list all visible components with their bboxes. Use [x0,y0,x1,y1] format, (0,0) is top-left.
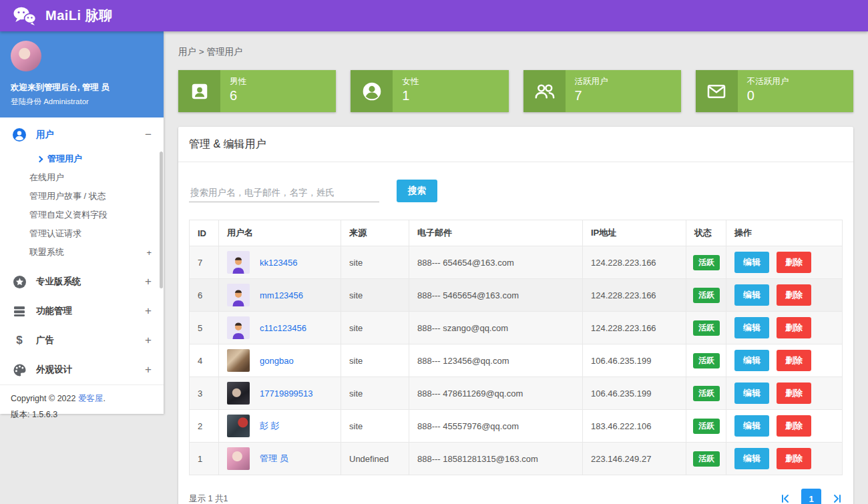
stat-label: 活跃用户 [575,76,672,87]
delete-button[interactable]: 删除 [777,448,811,469]
username-link[interactable]: 彭 彭 [260,420,280,432]
sidebar-item-pro-system[interactable]: 专业版系统 + [0,267,164,296]
sidebar-item-stories-status[interactable]: 管理用户故事 / 状态 [0,187,164,206]
cell-status: 活跃 [686,312,726,344]
submenu-label: 在线用户 [29,172,64,184]
last-page-icon[interactable] [832,493,843,504]
cell-source: site [341,410,409,443]
pagination: 1 [780,489,843,504]
main-content: 用户 > 管理用户 男性 6 [164,31,868,504]
stat-label: 男性 [230,76,327,87]
username-link[interactable]: c11c123456 [260,323,306,333]
submenu-label: 管理认证请求 [29,228,81,240]
edit-button[interactable]: 编辑 [734,317,769,338]
sidebar-item-custom-fields[interactable]: 管理自定义资料字段 [0,206,164,224]
sidebar-item-manage-users[interactable]: 管理用户 [0,150,164,168]
cell-actions: 编辑 删除 [726,377,843,410]
username-link[interactable]: gongbao [260,356,294,366]
first-page-icon[interactable] [780,493,791,504]
sidebar-scrollbar[interactable] [160,152,163,288]
sidebar-item-features[interactable]: 功能管理 + [0,296,164,326]
stat-card-female[interactable]: 女性 1 [351,70,508,112]
cell-actions: 编辑 删除 [726,410,843,443]
users-table-wrap: ID 用户名 来源 电子邮件 IP地址 状态 操作 7 [178,214,853,475]
cell-status: 活跃 [686,443,726,475]
cell-id: 6 [190,279,219,312]
sidebar-item-affiliate-system[interactable]: 联盟系统 + [0,243,164,262]
cell-id: 3 [190,377,219,410]
sidebar-item-verification-requests[interactable]: 管理认证请求 [0,224,164,243]
cell-status: 活跃 [686,344,726,377]
sidebar-item-users[interactable]: 用户 − [0,120,164,150]
manage-users-panel: 管理 & 编辑用户 搜索 ID 用户名 来源 [178,127,853,504]
expand-icon[interactable]: + [145,334,152,347]
stat-value: 6 [230,87,327,104]
user-avatar [227,382,250,405]
sidebar-item-online-users[interactable]: 在线用户 [0,168,164,187]
delete-button[interactable]: 删除 [777,317,811,338]
username-link[interactable]: kk123456 [260,258,297,268]
sidebar-item-ads[interactable]: $ 广告 + [0,326,164,355]
cell-username: kk123456 [219,246,341,279]
search-input[interactable] [189,184,379,202]
expand-icon[interactable]: + [145,363,152,376]
edit-button[interactable]: 编辑 [734,252,769,273]
stat-card-male[interactable]: 男性 6 [178,70,336,112]
edit-button[interactable]: 编辑 [734,350,769,371]
wechat-logo-icon [12,6,37,26]
col-header-status: 状态 [686,220,726,246]
stat-label: 不活跃用户 [747,76,844,87]
cell-email: 888--- 478611269@qq.com [409,377,583,410]
cell-username: c11c123456 [219,312,341,344]
edit-button[interactable]: 编辑 [734,448,769,469]
vendor-link[interactable]: 爱客屋 [78,394,103,403]
search-button[interactable]: 搜索 [397,180,437,202]
delete-button[interactable]: 删除 [777,284,811,306]
cell-status: 活跃 [686,279,726,312]
page-1-button[interactable]: 1 [801,489,821,504]
copyright-suffix: . [103,394,105,403]
username-link[interactable]: mm123456 [260,290,303,300]
username-link[interactable]: 17719899513 [260,389,313,399]
cell-id: 4 [190,344,219,377]
users-submenu: 管理用户 在线用户 管理用户故事 / 状态 管理自定义资料字段 管理认证请求 联… [0,150,164,267]
status-badge: 活跃 [693,288,720,303]
cell-ip: 223.146.249.27 [583,443,686,475]
cell-source: Undefined [341,443,409,475]
col-header-ip: IP地址 [583,220,686,246]
search-row: 搜索 [178,162,853,214]
profile-avatar [11,41,41,71]
female-user-icon [351,70,393,112]
user-avatar [227,284,250,306]
stat-card-inactive-users[interactable]: 不活跃用户 0 [696,70,853,112]
stat-card-active-users[interactable]: 活跃用户 7 [523,70,681,112]
table-row: 7 kk123456 site 888--- 654654@163.com 12… [190,246,843,279]
cell-source: site [341,246,409,279]
submenu-label: 联盟系统 [29,246,64,258]
edit-button[interactable]: 编辑 [734,415,769,437]
cell-email: 888--- 5465654@163.com [409,279,583,312]
edit-button[interactable]: 编辑 [734,383,769,404]
user-avatar [227,447,250,470]
status-badge: 活跃 [693,353,720,368]
expand-icon[interactable]: + [145,304,152,318]
delete-button[interactable]: 删除 [777,252,811,273]
cell-source: site [341,377,409,410]
collapse-icon[interactable]: − [145,128,152,142]
sidebar-item-appearance[interactable]: 外观设计 + [0,355,164,385]
cell-id: 5 [190,312,219,344]
cell-username: 17719899513 [219,377,341,410]
table-row: 3 17719899513 site 888--- 478611269@qq.c… [190,377,843,410]
cell-email: 888--- 18581281315@163.com [409,443,583,475]
sidebar-menu: 用户 − 管理用户 在线用户 管理用户故事 / 状态 管理自定义资料字段 [0,117,164,385]
delete-button[interactable]: 删除 [777,415,811,437]
login-role-text: 登陆身份 Administrator [11,97,153,107]
delete-button[interactable]: 删除 [777,350,811,371]
features-icon [12,304,27,318]
edit-button[interactable]: 编辑 [734,284,769,306]
delete-button[interactable]: 删除 [777,383,811,404]
col-header-id: ID [190,220,219,246]
username-link[interactable]: 管理 员 [260,453,288,465]
expand-icon[interactable]: + [145,275,152,288]
mail-icon [696,70,738,112]
